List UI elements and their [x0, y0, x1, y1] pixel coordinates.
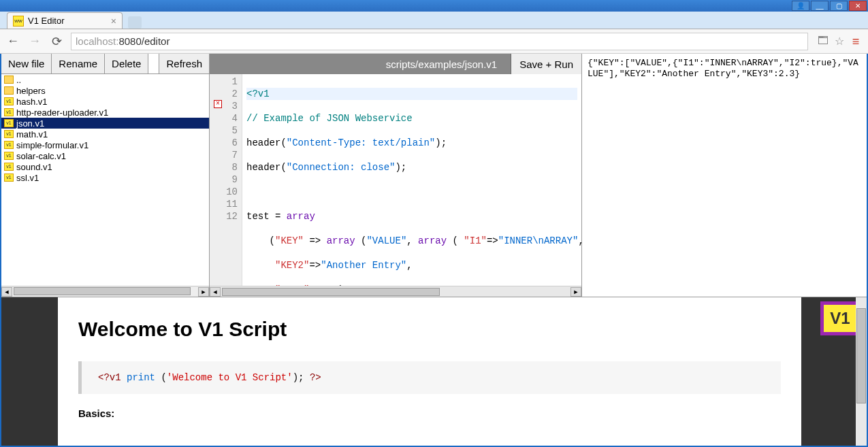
new-file-button[interactable]: New file: [1, 54, 52, 73]
v1-file-icon: v1: [4, 97, 14, 105]
scroll-thumb[interactable]: [856, 308, 866, 403]
code-text[interactable]: <?v1 // Example of JSON Webservice heade…: [242, 74, 581, 286]
list-item[interactable]: v1http-reader-uploader.v1: [1, 107, 209, 118]
code-header: scripts/examples/json.v1 Save + Run: [210, 54, 581, 74]
v1-file-icon: v1: [4, 152, 14, 160]
file-name: hash.v1: [16, 97, 48, 107]
bookmark-star-icon[interactable]: ☆: [833, 35, 846, 48]
doc-content[interactable]: Welcome to V1 Script <?v1 print ('Welcom…: [58, 297, 801, 446]
save-run-button[interactable]: Save + Run: [511, 54, 581, 74]
v1-file-icon: v1: [4, 130, 14, 138]
browser-nav-bar: ← → ⟳ localhost:8080/editor 🗔 ☆ ≡: [0, 29, 868, 54]
v1-file-icon: v1: [4, 119, 14, 127]
scroll-right-icon[interactable]: ►: [198, 287, 209, 297]
url-path: 8080/editor: [118, 35, 170, 47]
doc-title: Welcome to V1 Script: [58, 318, 801, 341]
reload-button[interactable]: ⟳: [49, 34, 64, 49]
minimize-button[interactable]: __: [811, 1, 829, 11]
translate-icon[interactable]: 🗔: [816, 35, 830, 48]
window-titlebar: 👤 __ ▢ ✕: [0, 0, 868, 12]
tab-title: V1 Editor: [28, 16, 64, 26]
scroll-thumb[interactable]: [222, 288, 440, 296]
v1-file-icon: v1: [4, 141, 14, 149]
file-name: solar-calc.v1: [16, 151, 66, 161]
output-panel: {"KEY":["VALUE",{"I1":"INNER\nARRAY","I2…: [582, 54, 867, 297]
v1-file-icon: v1: [4, 163, 14, 171]
v1-file-icon: v1: [4, 108, 14, 116]
list-item[interactable]: helpers: [1, 85, 209, 96]
list-item[interactable]: v1simple-formular.v1: [1, 139, 209, 150]
doc-vscrollbar[interactable]: [856, 297, 867, 446]
scroll-thumb[interactable]: [14, 287, 191, 295]
url-host: localhost:: [76, 35, 118, 47]
list-item[interactable]: v1solar-calc.v1: [1, 150, 209, 161]
address-bar[interactable]: localhost:8080/editor: [71, 33, 808, 50]
file-path: scripts/examples/json.v1: [386, 59, 497, 70]
code-editor[interactable]: × 1 2 3 4 5 6 7 8 9 10 11 12 <?v1: [210, 74, 581, 286]
list-item[interactable]: v1json.v1: [1, 118, 209, 129]
v1-logo: V1: [820, 301, 860, 335]
refresh-button[interactable]: Refresh: [159, 54, 209, 73]
line-gutter: × 1 2 3 4 5 6 7 8 9 10 11 12: [210, 74, 242, 286]
file-name: ssl.v1: [16, 173, 39, 183]
scroll-right-icon[interactable]: ►: [570, 287, 581, 297]
list-item[interactable]: v1math.v1: [1, 129, 209, 139]
file-hscrollbar[interactable]: ◄ ►: [1, 286, 209, 297]
scroll-left-icon[interactable]: ◄: [210, 287, 221, 297]
doc-frame: Welcome to V1 Script <?v1 print ('Welcom…: [1, 297, 867, 446]
doc-code-example: <?v1 print ('Welcome to V1 Script'); ?>: [78, 361, 781, 394]
doc-basics-heading: Basics:: [58, 408, 801, 419]
file-list[interactable]: .. helpers v1hash.v1 v1http-reader-uploa…: [1, 74, 209, 286]
doc-left-margin: [1, 297, 58, 446]
forward-button: →: [27, 34, 42, 49]
error-marker-icon[interactable]: ×: [214, 100, 222, 108]
code-panel: scripts/examples/json.v1 Save + Run × 1 …: [210, 54, 582, 297]
file-name: http-reader-uploader.v1: [16, 107, 108, 118]
list-item[interactable]: v1sound.v1: [1, 161, 209, 172]
menu-icon[interactable]: ≡: [849, 35, 863, 48]
tab-favicon-icon: ww: [13, 16, 24, 27]
list-item[interactable]: v1ssl.v1: [1, 172, 209, 183]
new-tab-button[interactable]: [128, 16, 142, 29]
close-button[interactable]: ✕: [849, 1, 867, 11]
rename-button[interactable]: Rename: [52, 54, 105, 73]
scroll-left-icon[interactable]: ◄: [1, 287, 12, 297]
file-name: sound.v1: [16, 162, 52, 172]
file-name: ..: [16, 75, 21, 85]
folder-icon: [4, 86, 14, 95]
list-item[interactable]: v1hash.v1: [1, 96, 209, 107]
v1-file-icon: v1: [4, 173, 14, 182]
user-icon[interactable]: 👤: [792, 1, 809, 11]
file-panel: New file Rename Delete Refresh .. helper…: [1, 54, 210, 297]
file-name: helpers: [16, 86, 46, 96]
file-name: json.v1: [16, 118, 44, 129]
maximize-button[interactable]: ▢: [830, 1, 848, 11]
file-name: simple-formular.v1: [16, 140, 89, 150]
delete-button[interactable]: Delete: [105, 54, 148, 73]
parent-dir-item[interactable]: ..: [1, 74, 209, 85]
file-toolbar: New file Rename Delete Refresh: [1, 54, 209, 74]
back-button[interactable]: ←: [5, 34, 20, 49]
code-hscrollbar[interactable]: ◄ ►: [210, 286, 581, 297]
folder-icon: [4, 76, 14, 84]
file-name: math.v1: [16, 129, 48, 139]
browser-tab-strip: ww V1 Editor ×: [0, 12, 868, 29]
tab-close-icon[interactable]: ×: [111, 16, 116, 27]
browser-tab[interactable]: ww V1 Editor ×: [7, 12, 123, 29]
